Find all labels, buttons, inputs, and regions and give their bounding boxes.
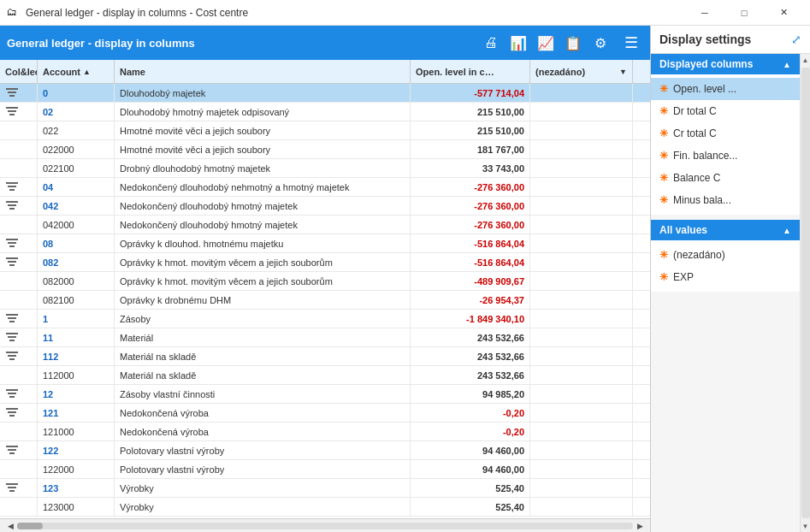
hamburger-menu-icon[interactable]: ☰: [619, 31, 643, 55]
filter-cell: [0, 460, 38, 478]
all-values-item[interactable]: ✳EXP: [651, 266, 800, 288]
col-sort-icon[interactable]: ▼: [619, 68, 627, 76]
filter-icon[interactable]: [5, 199, 19, 213]
table-row[interactable]: 121000Nedokončená výroba-0,20: [0, 423, 650, 441]
table-row[interactable]: 1Zásoby-1 849 340,10: [0, 310, 650, 328]
table-row[interactable]: 11Materiál243 532,66: [0, 328, 650, 347]
displayed-column-item[interactable]: ✳Dr total C: [651, 100, 800, 122]
table-row[interactable]: 082Oprávky k hmot. movitým věcem a jejic…: [0, 253, 650, 272]
close-button[interactable]: ✕: [764, 0, 803, 26]
table-row[interactable]: 122000Polotovary vlastní výroby94 460,00: [0, 460, 650, 479]
col-header-nezadano: (nezadáno) ▼: [530, 60, 633, 83]
svg-rect-1: [8, 92, 16, 93]
table-row[interactable]: 122Polotovary vlastní výroby94 460,00: [0, 441, 650, 460]
scroll-left-btn[interactable]: ◀: [3, 519, 17, 533]
right-panel-scrollbar[interactable]: ▲ ▼: [800, 54, 810, 532]
nezadano-cell: [530, 121, 633, 139]
name-cell: Dlouhodobý hmotný majetek odpisovaný: [115, 103, 411, 121]
account-cell: 122000: [38, 460, 115, 478]
asterisk-icon: ✳: [659, 128, 668, 139]
toolbar-icons: 🖨 📊 📈 📋 ⚙ ☰: [479, 31, 643, 55]
filter-icon[interactable]: [5, 331, 19, 345]
chart-bar-icon[interactable]: 📊: [506, 31, 530, 55]
account-cell: 022100: [38, 159, 115, 177]
displayed-column-item[interactable]: ✳Cr total C: [651, 122, 800, 145]
svg-rect-36: [6, 483, 18, 485]
table-row[interactable]: 123Výrobky525,40: [0, 479, 650, 498]
row-scroll-cell: [633, 441, 650, 459]
table-row[interactable]: 042000Nedokončený dlouhodobý hmotný maje…: [0, 216, 650, 234]
table-row[interactable]: 08Oprávky k dlouhod. hmotnému majetku-51…: [0, 234, 650, 253]
clipboard-icon[interactable]: 📋: [561, 31, 585, 55]
table-row[interactable]: 112Materiál na skladě243 532,66: [0, 347, 650, 366]
row-scroll-cell: [633, 404, 650, 422]
print-icon[interactable]: 🖨: [479, 31, 503, 55]
filter-icon[interactable]: [5, 105, 19, 119]
chart-line-icon[interactable]: 📈: [534, 31, 558, 55]
table-row[interactable]: 0Dlouhodobý majetek-577 714,04: [0, 84, 650, 103]
displayed-column-item[interactable]: ✳Open. level ...: [651, 78, 800, 100]
svg-rect-17: [9, 264, 15, 266]
table-row[interactable]: 12Zásoby vlastní činnosti94 985,20: [0, 385, 650, 404]
scroll-thumb[interactable]: [17, 523, 43, 529]
displayed-columns-section-header[interactable]: Displayed columns ▲: [651, 54, 800, 74]
minimize-button[interactable]: ─: [685, 0, 724, 26]
filter-icon[interactable]: [5, 180, 19, 194]
right-panel: Display settings ⤢ Displayed columns ▲ ✳…: [650, 26, 810, 532]
filter-icon[interactable]: [5, 444, 19, 458]
filter-icon[interactable]: [5, 350, 19, 364]
filter-icon[interactable]: [5, 406, 19, 420]
account-cell: 122: [38, 441, 115, 459]
col-header-account[interactable]: Account ▲: [38, 60, 115, 83]
open-level-cell: -26 954,37: [411, 291, 530, 309]
right-panel-inner: Displayed columns ▲ ✳Open. level ...✳Dr …: [651, 54, 810, 532]
filter-icon[interactable]: [5, 237, 19, 251]
filter-cell: [0, 479, 38, 497]
filter-icon[interactable]: [5, 482, 19, 495]
table-row[interactable]: 082100Oprávky k drobnému DHM-26 954,37: [0, 291, 650, 310]
displayed-column-item[interactable]: ✳Minus bala...: [651, 189, 800, 211]
external-link-icon[interactable]: ⤢: [791, 33, 801, 46]
filter-cell: [0, 216, 38, 233]
table-row[interactable]: 112000Materiál na skladě243 532,66: [0, 366, 650, 385]
table-row[interactable]: 022Hmotné movité věci a jejich soubory21…: [0, 121, 650, 140]
horizontal-scrollbar[interactable]: ◀ ▶: [0, 518, 650, 532]
name-cell: Polotovary vlastní výroby: [115, 441, 411, 459]
scroll-track[interactable]: [17, 523, 633, 529]
displayed-columns-content: ✳Open. level ...✳Dr total C✳Cr total C✳F…: [651, 74, 800, 215]
filter-cell: [0, 253, 38, 271]
panel-item-label: (nezadáno): [673, 249, 725, 261]
filter-icon[interactable]: [5, 256, 19, 269]
account-cell: 08: [38, 234, 115, 252]
displayed-column-item[interactable]: ✳Fin. balance...: [651, 145, 800, 167]
table-row[interactable]: 022000Hmotné movité věci a jejich soubor…: [0, 140, 650, 159]
table-row[interactable]: 121Nedokončená výroba-0,20: [0, 404, 650, 423]
filter-icon[interactable]: [5, 387, 19, 401]
maximize-button[interactable]: □: [724, 0, 764, 26]
right-scroll-track[interactable]: [801, 68, 810, 518]
table-row[interactable]: 042Nedokončený dlouhodobý hmotný majetek…: [0, 197, 650, 216]
open-level-cell: -516 864,04: [411, 234, 530, 252]
scroll-up-btn[interactable]: ▲: [801, 54, 811, 66]
asterisk-icon: ✳: [659, 173, 668, 183]
filter-icon[interactable]: [5, 312, 19, 326]
table-row[interactable]: 04Nedokončený dlouhodobý nehmotný a hmot…: [0, 178, 650, 197]
settings-icon[interactable]: ⚙: [588, 31, 612, 55]
table-row[interactable]: 02Dlouhodobý hmotný majetek odpisovaný21…: [0, 103, 650, 121]
scroll-right-btn[interactable]: ▶: [633, 519, 647, 533]
displayed-column-item[interactable]: ✳Balance C: [651, 167, 800, 189]
table-row[interactable]: 123000Výrobky525,40: [0, 498, 650, 517]
filter-cell: [0, 159, 38, 177]
filter-icon[interactable]: [5, 86, 19, 100]
chevron-up-icon-2: ▲: [783, 226, 791, 235]
account-cell: 11: [38, 328, 115, 346]
account-cell: 082000: [38, 272, 115, 290]
all-values-item[interactable]: ✳(nezadáno): [651, 244, 800, 266]
table-row[interactable]: 022100Drobný dlouhodobý hmotný majetek33…: [0, 159, 650, 178]
table-row[interactable]: 082000Oprávky k hmot. movitým věcem a je…: [0, 272, 650, 291]
svg-rect-29: [9, 396, 15, 398]
name-cell: Dlouhodobý majetek: [115, 84, 411, 102]
scroll-down-btn[interactable]: ▼: [801, 520, 811, 532]
all-values-section-header[interactable]: All values ▲: [651, 220, 800, 240]
open-level-cell: -0,20: [411, 423, 530, 440]
